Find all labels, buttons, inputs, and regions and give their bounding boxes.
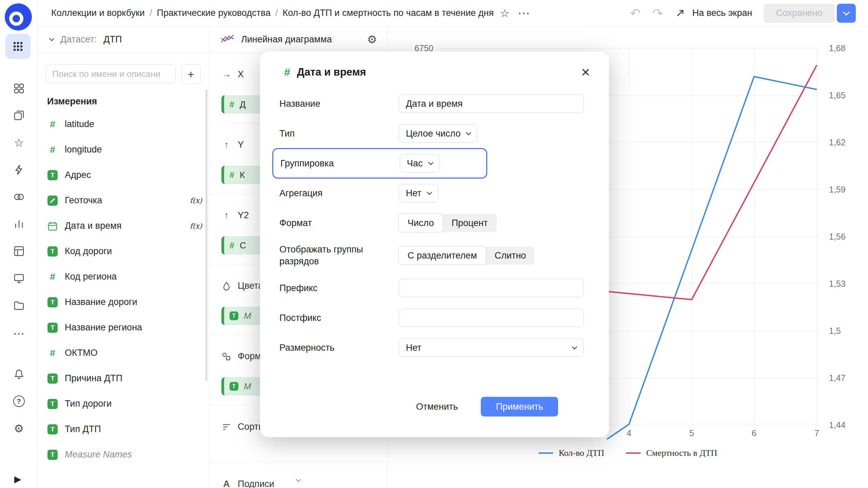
scrollbar[interactable]: [205, 89, 208, 381]
star-icon[interactable]: ☆: [13, 137, 25, 148]
dataset-collapse-icon[interactable]: [49, 36, 55, 41]
y2-axis-tick: 1,53: [829, 279, 846, 289]
field-name: Measure Names: [65, 449, 132, 460]
dataset-field[interactable]: #Код региона: [38, 264, 209, 289]
format-option-percent[interactable]: Процент: [443, 214, 497, 232]
layers-icon[interactable]: [13, 110, 25, 121]
cancel-button[interactable]: Отменить: [412, 397, 462, 416]
dataset-field[interactable]: TMeasure Names: [38, 442, 209, 467]
dataset-field[interactable]: #ОКТМО: [38, 340, 209, 366]
field-name: longitude: [65, 144, 102, 155]
dataset-field[interactable]: TТип дороги: [38, 391, 209, 416]
x-axis-tick: 7: [814, 428, 819, 438]
dataset-field[interactable]: TНазвание дороги: [38, 289, 209, 315]
dimension-select[interactable]: Нет: [399, 339, 584, 357]
bar-chart-icon[interactable]: [13, 218, 25, 230]
dataset-field[interactable]: TКод дороги: [38, 239, 209, 264]
name-input[interactable]: [399, 95, 584, 113]
apps-grid-icon[interactable]: [5, 34, 31, 59]
y2-axis-icon: ↑: [221, 210, 232, 221]
favorite-star-icon[interactable]: ☆: [500, 7, 510, 20]
dataset-field[interactable]: #longitude: [38, 137, 209, 162]
dialog-title: Дата и время: [297, 66, 366, 78]
more-icon[interactable]: ⋯: [13, 327, 25, 338]
rings-icon[interactable]: [13, 191, 25, 203]
bell-icon[interactable]: [13, 368, 25, 380]
formula-badge: f(x): [190, 197, 202, 205]
field-settings-dialog: # Дата и время × Название Тип Целое числ…: [260, 52, 609, 437]
save-dropdown-button[interactable]: [837, 4, 856, 23]
close-icon[interactable]: ×: [581, 65, 590, 80]
chart-legend: Кол-во ДТПСмертность в ДТП: [388, 448, 868, 458]
datalens-logo[interactable]: [4, 3, 33, 33]
chip-field-name: С: [240, 240, 246, 251]
aggregation-select[interactable]: Нет: [399, 184, 438, 202]
more-actions-icon[interactable]: ⋯: [518, 6, 531, 20]
dataset-name[interactable]: ДТП: [103, 34, 122, 45]
redo-icon[interactable]: ↷: [652, 7, 663, 20]
field-name: Геоточка: [65, 195, 102, 206]
breadcrumb-item[interactable]: Коллекции и воркбуки: [51, 8, 145, 18]
number-field-icon: #: [230, 100, 234, 109]
string-field-icon: T: [47, 323, 58, 333]
prefix-input[interactable]: [399, 279, 584, 297]
y2-axis-tick: 1,68: [829, 43, 846, 53]
chip-field-name: M: [244, 381, 251, 392]
field-name: Код дороги: [65, 246, 112, 257]
digit-groups-segmented-control: С разделителем Слитно: [399, 246, 535, 265]
date-field-icon: [47, 221, 58, 231]
chart-type-title[interactable]: Линейная диаграмма: [241, 34, 360, 45]
number-field-icon: #: [284, 66, 290, 79]
line-chart-type-icon[interactable]: [221, 34, 234, 46]
number-field-icon: #: [230, 241, 234, 250]
string-field-icon: T: [230, 382, 238, 391]
dataset-field[interactable]: TТип ДТП: [38, 416, 209, 442]
folder-icon[interactable]: [13, 300, 25, 311]
table-icon[interactable]: [13, 245, 25, 257]
help-icon[interactable]: ?: [13, 395, 25, 407]
y2-axis-tick: 1,47: [829, 373, 846, 383]
digit-groups-label: Отображать группы разрядов: [279, 244, 399, 267]
field-name: Адрес: [65, 170, 91, 180]
string-field-icon: T: [230, 311, 238, 320]
type-select[interactable]: Целое число: [399, 124, 477, 143]
legend-item[interactable]: Смертность в ДТП: [626, 448, 717, 458]
undo-icon[interactable]: ↶: [630, 7, 641, 20]
apply-button[interactable]: Применить: [481, 397, 558, 416]
string-field-icon: T: [47, 399, 58, 409]
section-label: Y2: [238, 210, 249, 221]
play-icon[interactable]: ▶: [14, 474, 21, 485]
prefix-label: Префикс: [279, 282, 399, 294]
monitor-icon[interactable]: [13, 272, 25, 284]
chart-settings-gear-icon[interactable]: ⚙: [367, 33, 377, 46]
dataset-field[interactable]: TПричина ДТП: [38, 366, 209, 391]
digit-groups-option-separator[interactable]: С разделителем: [398, 246, 486, 265]
field-name: Тип ДТП: [65, 424, 101, 434]
grouping-select[interactable]: Час: [400, 154, 440, 172]
y2-axis-tick: 1,44: [829, 420, 846, 430]
dataset-field[interactable]: TНазвание региона: [38, 315, 209, 340]
y-axis-icon: ↑: [221, 140, 232, 150]
dataset-field[interactable]: TАдрес: [38, 162, 209, 188]
dataset-field[interactable]: Геоточкаf(x): [38, 188, 209, 213]
postfix-input[interactable]: [399, 309, 584, 327]
dataset-field[interactable]: Дата и времяf(x): [38, 213, 209, 239]
chip-field-name: M: [244, 311, 251, 321]
fullscreen-label[interactable]: На весь экран: [692, 8, 752, 18]
search-input[interactable]: [46, 64, 176, 83]
format-option-number[interactable]: Число: [398, 214, 443, 232]
legend-item[interactable]: Кол-во ДТП: [538, 448, 604, 458]
digit-groups-option-solid[interactable]: Слитно: [486, 246, 535, 265]
x-axis-tick: 4: [627, 428, 631, 438]
fullscreen-icon[interactable]: [675, 8, 686, 19]
gear-icon[interactable]: ⚙: [13, 423, 25, 434]
field-name: Дата и время: [65, 221, 121, 231]
bolt-icon[interactable]: [13, 164, 25, 176]
dataset-field[interactable]: #latitude: [38, 111, 209, 137]
squares-icon[interactable]: [13, 83, 25, 94]
scroll-more-icon[interactable]: [296, 476, 300, 483]
add-field-button[interactable]: +: [181, 64, 201, 84]
aggregation-label: Агрегация: [279, 187, 399, 199]
breadcrumb-item[interactable]: Практические руководства: [157, 8, 270, 18]
saved-button[interactable]: Сохранено: [764, 4, 835, 23]
